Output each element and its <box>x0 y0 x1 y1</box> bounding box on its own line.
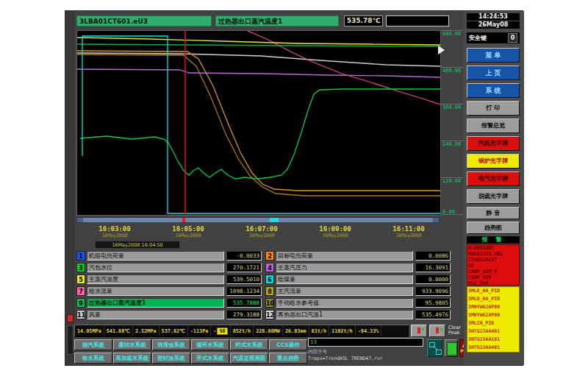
menu-button-5[interactable]: 汽温监视画面 <box>230 353 268 364</box>
menu-button-6[interactable]: 重点趋势 <box>269 353 307 364</box>
alarm-tag[interactable]: MLE_PAP <box>467 280 519 286</box>
sidebar-button-6[interactable]: 汽机光字牌 <box>467 136 520 151</box>
selected-pen-name-field[interactable]: 过热器出口蒸汽温度1 <box>215 15 339 26</box>
y-tick-label: 120.00 <box>442 178 461 184</box>
legend-row-pen-4[interactable]: 4主蒸汽压力16.3091 <box>265 263 451 272</box>
value-marker-triangle <box>438 46 445 54</box>
alarm-list-header: 报 警 <box>467 236 520 244</box>
alarm-tag[interactable]: 1EDF_GZP <box>467 275 519 280</box>
alarm-tag[interactable]: 3HTG13AA401 <box>467 344 519 352</box>
network-icon-button[interactable] <box>427 339 442 357</box>
legend-row-pen-10[interactable]: 10手动给水参考值95.9805 <box>265 298 451 308</box>
menu-button-3[interactable]: 润滑油系统 <box>152 339 190 350</box>
pen-color-square: 1 <box>76 251 85 261</box>
alarm-tag[interactable]: 3MHYW62AP00 <box>467 311 519 319</box>
menu-button-2[interactable]: 高加疏水系统 <box>113 353 151 364</box>
pen-label: 再热器出口汽温1 <box>276 310 413 319</box>
trend-lines <box>77 31 440 215</box>
alarm-tag[interactable]: 3MLD_HA_PID <box>467 295 519 303</box>
scrollbar-thumb[interactable] <box>270 218 279 222</box>
sidebar-button-1[interactable]: 菜 单 <box>467 48 520 63</box>
trend-line-feedwater-a <box>77 51 440 191</box>
x-tick-time: 16:05:00 <box>155 225 221 233</box>
pen-color-square: 6 <box>265 275 274 284</box>
scrollbar-right-cap[interactable] <box>433 218 439 222</box>
sidebar-button-3[interactable]: 系 统 <box>467 83 520 98</box>
pen-color-square: 9 <box>76 298 85 308</box>
pen-color-square: 11 <box>76 310 85 319</box>
menu-button-1[interactable]: 给水系统 <box>74 353 112 364</box>
sidebar-button-2[interactable]: 上 页 <box>467 66 520 80</box>
alarm-tag[interactable]: 3HTG23AA101 <box>467 336 519 344</box>
alarm-tag[interactable]: 3HTG23AA401 <box>467 328 519 336</box>
alarm-tag[interactable]: 3MLE_HA_PID <box>467 287 519 295</box>
time-scrollbar[interactable] <box>76 217 440 223</box>
sidebar-button-9[interactable]: 脱硫光字牌 <box>467 189 520 204</box>
legend-row-pen-7[interactable]: 7给水流量1098.1234 <box>76 286 262 296</box>
x-tick-time: 16:11:00 <box>376 225 442 233</box>
x-tick: 16:03:0016May2008 <box>82 225 148 238</box>
sidebar-button-8[interactable]: 电气光字牌 <box>467 171 520 186</box>
sidebar-button-5[interactable]: 报警总览 <box>467 118 520 133</box>
trend-line-drum-level <box>80 89 440 179</box>
scrollbar-left-cap[interactable] <box>77 218 83 222</box>
clock-time: 14:24:53 <box>467 13 520 21</box>
menu-button-5[interactable]: 闭式水系统 <box>230 339 268 350</box>
legend-row-pen-6[interactable]: 6给煤量0.0000 <box>265 275 451 284</box>
status-value: 1102t/h <box>329 325 356 336</box>
indicator-red-bar <box>436 328 439 333</box>
sidebar-button-7[interactable]: 锅炉光字牌 <box>467 154 520 169</box>
status-value: 81t/h <box>309 325 329 336</box>
alarm-tag[interactable]: 3MLCN_PID <box>467 319 519 328</box>
status-value: 2.52MPa <box>133 325 159 336</box>
pen-indicator-button-1[interactable] <box>411 325 427 337</box>
sidebar-button-4[interactable]: 打 印 <box>467 101 520 116</box>
status-value: -98 <box>211 325 230 336</box>
status-value: 26.03mm <box>283 325 309 336</box>
sidebar: 14:24:53 26May08 安全键 0 菜 单上 页系 统打 印报警总览汽… <box>464 11 524 365</box>
alarm-tag[interactable]: N01E17SS.AB1 <box>467 251 519 257</box>
pen-label: 主蒸汽压力 <box>276 263 413 272</box>
pen-indicator-button-2[interactable] <box>429 325 445 337</box>
selected-tag-field[interactable]: 3LBA01CT601.eU3 <box>76 15 212 26</box>
menu-button-4[interactable]: 开式水系统 <box>191 353 229 364</box>
alarm-tag[interactable]: O2 <box>467 263 519 269</box>
y-tick-label: 600.00 <box>442 31 461 37</box>
pen-label: 过热器出口蒸汽温度1 <box>87 298 224 308</box>
alarm-tag[interactable]: 3MHYW62AP00 <box>467 303 519 311</box>
command-input[interactable]: 13 <box>308 338 423 347</box>
alarm-tag[interactable]: B-B901BHT <box>467 245 519 251</box>
legend-row-pen-1[interactable]: 1机组电负荷量-0.0033 <box>76 251 262 261</box>
safety-key-label: 安全键 <box>469 35 487 42</box>
trend-line-pressure <box>77 69 440 77</box>
y-tick-label: 0.00 <box>442 209 455 215</box>
legend-row-pen-3[interactable]: 3汽包水位270.1721 <box>76 263 262 272</box>
legend-row-pen-2[interactable]: 2目标电负荷量0.0086 <box>265 251 451 261</box>
menu-button-1[interactable]: 抽汽系统 <box>74 339 112 350</box>
pen-label: 机组电负荷量 <box>87 251 224 261</box>
status-value: -113Pa <box>188 325 212 336</box>
legend-row-pen-11[interactable]: 11风量279.3188 <box>76 310 262 319</box>
pen-value: 539.5010 <box>226 275 262 284</box>
trend-chart[interactable] <box>76 30 441 216</box>
menu-button-4[interactable]: 循环水系统 <box>191 339 229 350</box>
menu-button-2[interactable]: 凝结水系统 <box>113 339 151 350</box>
screen-icon-button[interactable] <box>445 339 458 357</box>
pen-color-square: 8 <box>265 286 274 296</box>
header-aux-box[interactable] <box>386 15 449 26</box>
sidebar-button-11[interactable]: 趋势图 <box>467 222 520 234</box>
legend-row-pen-12[interactable]: 12再热器出口汽温1535.4976 <box>265 310 451 319</box>
menu-button-3[interactable]: 密封油系统 <box>152 353 190 364</box>
pen-value: 535.7888 <box>226 298 262 308</box>
y-tick-label: 360.00 <box>442 105 461 110</box>
alarm-tag[interactable]: T18E12ACHT <box>467 257 519 263</box>
pen-label: 风量 <box>87 310 224 319</box>
command-info-line2: Traps=TrendASL TREND47.rvr <box>308 355 383 361</box>
pen-color-square: 3 <box>76 263 85 272</box>
alarm-tag[interactable]: 1EDF_GZP_P <box>467 269 519 275</box>
menu-button-6[interactable]: CCS操作 <box>269 339 307 350</box>
legend-row-pen-8[interactable]: 8主汽流量933.9096 <box>265 286 451 296</box>
legend-row-pen-5[interactable]: 5主蒸汽温度539.5010 <box>76 275 262 284</box>
legend-row-pen-9[interactable]: 9过热器出口蒸汽温度1535.7888 <box>76 298 262 308</box>
sidebar-button-10[interactable]: 静 音 <box>467 207 520 219</box>
